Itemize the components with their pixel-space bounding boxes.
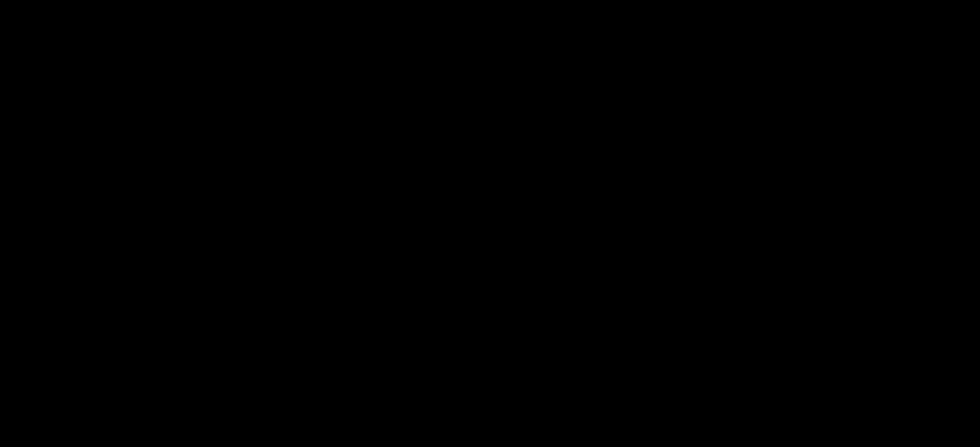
- colorbar: [944, 77, 954, 368]
- spectrogram-canvas: [42, 36, 917, 413]
- spectrogram-window: { "window": { "title": "07. In the Garde…: [0, 0, 980, 447]
